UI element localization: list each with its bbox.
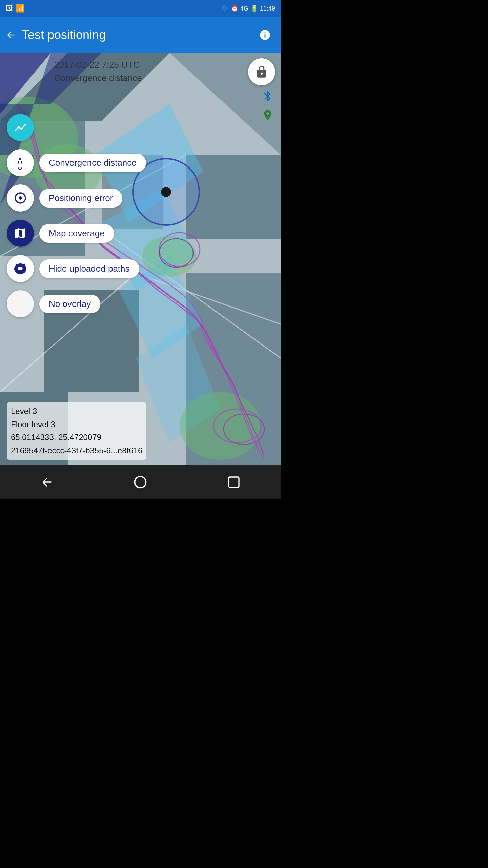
map-info: 2017-02-22 7:25 UTC Convergence distance [54,58,142,85]
overlay-row-map-coverage: Map coverage [7,220,146,247]
battery-icon: 🔋 [250,5,258,12]
bluetooth-status-icon: 🔵 [221,5,229,12]
location-map-icon [262,109,274,124]
overlay-row-no-overlay: No overlay [7,290,146,317]
map-convergence-label: Convergence distance [54,72,142,85]
person-button[interactable] [7,149,34,176]
map-coverage-label[interactable]: Map coverage [39,224,114,243]
status-bar-left: 🖼 📶 [5,4,25,13]
svg-point-29 [135,477,146,488]
overlay-row-person: Convergence distance [7,149,146,176]
svg-point-20 [142,236,197,277]
svg-rect-30 [229,477,239,487]
map-datetime: 2017-02-22 7:25 UTC [54,58,142,72]
nav-home-button[interactable] [130,472,150,492]
no-overlay-button[interactable] [7,290,34,317]
status-bar: 🖼 📶 🔵 ⏰ 4G 🔋 11:49 [0,0,281,17]
bluetooth-map-icon [262,90,274,105]
nav-recent-button[interactable] [224,472,244,492]
map-coverage-button[interactable] [7,220,34,247]
hide-paths-button[interactable] [7,255,34,282]
alarm-icon: ⏰ [231,5,238,12]
overlay-row-paths: Hide uploaded paths [7,255,146,282]
bottom-info: Level 3 Floor level 3 65.0114333, 25.472… [7,402,146,460]
coordinates: 65.0114333, 25.4720079 [11,431,142,444]
nav-back-button[interactable] [37,472,57,492]
convergence-chart-button[interactable] [7,114,34,141]
nav-bar [0,465,281,499]
position-dot [161,187,171,197]
info-button[interactable] [255,25,275,45]
status-icons: 🔵 ⏰ 4G 🔋 11:49 [221,5,275,12]
image-icon: 🖼 [5,4,13,13]
svg-point-21 [180,392,261,460]
map-container[interactable]: 2017-02-22 7:25 UTC Convergence distance [0,53,281,465]
uuid: 2169547f-eccc-43f7-b355-6...e8f616 [11,444,142,457]
back-button[interactable] [5,29,16,40]
app-bar: Test positioning [0,17,281,53]
lock-button[interactable] [248,58,275,85]
page-title: Test positioning [22,28,255,42]
floor-level-title: Level 3 [11,405,142,418]
overlay-row-positioning: Positioning error [7,184,146,212]
positioning-error-button[interactable] [7,184,34,212]
floor-level-detail: Floor level 3 [11,418,142,431]
wifi-icon: 📶 [16,4,25,13]
svg-point-28 [19,196,22,200]
overlay-row-convergence-chart [7,114,146,141]
hide-paths-label[interactable]: Hide uploaded paths [39,259,139,278]
overlay-panel: Convergence distance Positioning error M… [7,114,146,317]
convergence-distance-label[interactable]: Convergence distance [39,154,146,172]
signal-icon: 4G [240,5,248,12]
time-display: 11:49 [260,5,275,12]
no-overlay-label[interactable]: No overlay [39,295,100,313]
positioning-error-label[interactable]: Positioning error [39,189,122,208]
